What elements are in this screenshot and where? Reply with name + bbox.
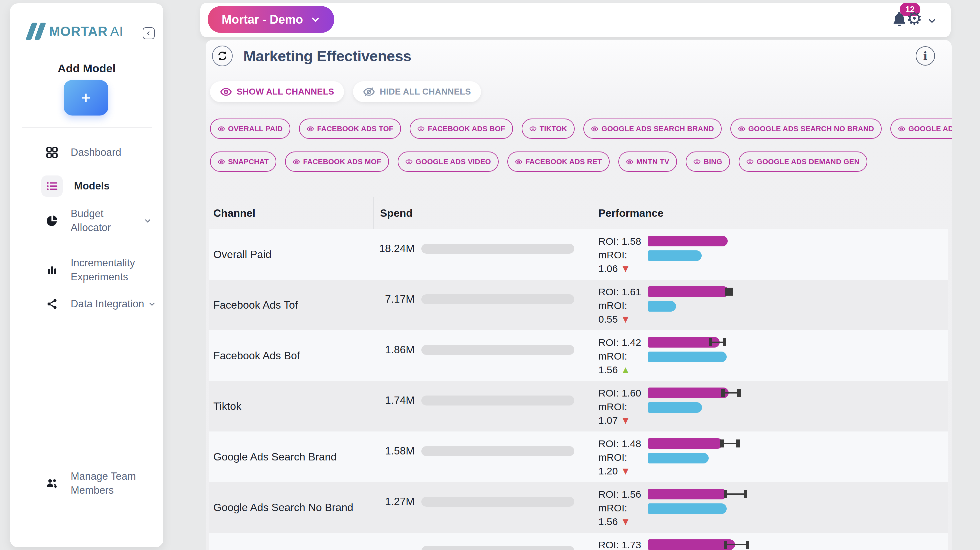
performance-bars: [648, 431, 948, 482]
info-icon: i: [923, 49, 928, 63]
workspace-selector-button[interactable]: Mortar - Demo: [208, 6, 334, 33]
channel-name: Facebook Ads Tof: [209, 280, 373, 330]
spend-bar-track: [422, 294, 574, 304]
effectiveness-table: Channel Spend Performance Overall Paid 1…: [209, 197, 948, 550]
chevron-down-icon: [143, 216, 152, 225]
table-row[interactable]: ROI: 1.73: [209, 533, 948, 550]
spend-cell: 7.17M: [373, 280, 587, 330]
grid-icon: [45, 146, 59, 159]
performance-text: ROI: 1.73: [598, 533, 648, 550]
table-row[interactable]: Google Ads Search Brand 1.58M ROI: 1.48 …: [209, 431, 948, 482]
channel-chip-label: BING: [704, 157, 722, 166]
table-row[interactable]: Facebook Ads Bof 1.86M ROI: 1.42 mROI: 1…: [209, 330, 948, 381]
performance-text: ROI: 1.61 mROI: 0.55 ▼: [598, 280, 648, 330]
channel-chip[interactable]: GOOGLE ADS SEARCH BRAND: [583, 119, 721, 139]
performance-cell: ROI: 1.58 mROI: 1.06 ▼: [587, 229, 948, 280]
eye-icon: [591, 125, 598, 133]
channel-chip[interactable]: FACEBOOK ADS BOF: [410, 119, 513, 139]
channel-chip[interactable]: OVERALL PAID: [210, 119, 290, 139]
roi-error-whisker: [721, 389, 741, 397]
roi-bar: [648, 236, 728, 246]
trend-arrow-icon: ▼: [620, 415, 631, 426]
sidebar-item-budget-allocator[interactable]: Budget Allocator: [45, 203, 152, 239]
spend-bar-track: [422, 396, 574, 406]
eye-icon: [218, 158, 225, 165]
channel-chip[interactable]: GOOGLE ADS PERFORMANCE MAX: [890, 119, 952, 139]
eye-icon: [746, 158, 754, 165]
sidebar-collapse-button[interactable]: [143, 27, 155, 39]
channel-chip-label: MNTN TV: [636, 157, 669, 166]
sidebar-item-incrementality-experiments[interactable]: Incrementality Experiments: [45, 252, 152, 288]
hide-all-channels-button[interactable]: HIDE ALL CHANNELS: [353, 81, 481, 102]
info-button[interactable]: i: [916, 46, 935, 66]
channel-chip[interactable]: MNTN TV: [618, 152, 677, 172]
sidebar-item-dashboard[interactable]: Dashboard: [45, 143, 152, 162]
app-canvas: MORTARAI Add Model + Dashboard: [0, 0, 980, 550]
show-all-channels-button[interactable]: SHOW ALL CHANNELS: [210, 81, 344, 102]
mroi-value: 1.20 ▼: [598, 464, 648, 478]
logo: MORTARAI: [29, 23, 123, 40]
channel-chip[interactable]: GOOGLE ADS VIDEO: [398, 152, 499, 172]
mroi-label: mROI:: [598, 501, 648, 515]
spend-bar-track: [422, 446, 574, 456]
channel-chip[interactable]: GOOGLE ADS SEARCH NO BRAND: [730, 119, 882, 139]
eye-icon: [738, 125, 745, 133]
trend-arrow-icon: ▼: [620, 466, 631, 476]
table-row[interactable]: Google Ads Search No Brand 1.27M ROI: 1.…: [209, 482, 948, 533]
mroi-label: mROI:: [598, 299, 648, 312]
mroi-bar: [648, 301, 676, 312]
channel-chip[interactable]: FACEBOOK ADS MOF: [285, 152, 389, 172]
performance-cell: ROI: 1.61 mROI: 0.55 ▼: [587, 280, 948, 330]
chevron-down-icon: [927, 16, 937, 26]
roi-bar: [648, 388, 729, 398]
channel-chip[interactable]: FACEBOOK ADS RET: [508, 152, 610, 172]
sidebar-item-data-integration[interactable]: Data Integration: [45, 294, 152, 314]
channel-chip[interactable]: BING: [686, 152, 730, 172]
trend-arrow-icon: ▼: [620, 263, 631, 274]
performance-bars: [648, 381, 948, 431]
channel-chip-label: GOOGLE ADS DEMAND GEN: [757, 157, 860, 166]
channel-chip[interactable]: FACEBOOK ADS TOF: [299, 119, 401, 139]
spend-cell: [373, 533, 587, 550]
eye-icon: [405, 158, 413, 165]
refresh-button[interactable]: [212, 46, 233, 66]
spend-value: 7.17M: [373, 293, 415, 305]
column-header-spend: Spend: [373, 197, 587, 229]
spend-cell: 1.74M: [373, 381, 587, 431]
table-row[interactable]: Facebook Ads Tof 7.17M ROI: 1.61 mROI: 0…: [209, 280, 948, 330]
marketing-effectiveness-panel: Marketing Effectiveness i SHOW ALL CHANN…: [206, 40, 952, 550]
plus-icon: +: [81, 88, 91, 108]
share-icon: [45, 298, 59, 310]
channel-chip[interactable]: GOOGLE ADS DEMAND GEN: [739, 152, 867, 172]
eye-icon: [693, 158, 701, 165]
channel-chip[interactable]: TIKTOK: [522, 119, 575, 139]
roi-value: ROI: 1.73: [598, 538, 648, 550]
spend-bar-track: [422, 244, 574, 254]
table-row[interactable]: Overall Paid 18.24M ROI: 1.58 mROI: 1.06…: [209, 229, 948, 280]
channel-chip[interactable]: SNAPCHAT: [210, 152, 276, 172]
spend-value: 1.86M: [373, 344, 415, 356]
roi-error-whisker: [724, 490, 747, 498]
column-header-channel: Channel: [209, 207, 373, 219]
roi-value: ROI: 1.58: [598, 235, 648, 248]
sidebar-item-manage-team-members[interactable]: Manage Team Members: [45, 467, 152, 500]
performance-bars: [648, 280, 948, 330]
eye-icon: [898, 125, 905, 133]
topbar: Mortar - Demo 12 ⚙: [200, 3, 951, 37]
channel-name: Google Ads Search Brand: [209, 431, 373, 482]
performance-cell: ROI: 1.42 mROI: 1.56 ▲: [587, 330, 948, 381]
eye-icon: [417, 125, 425, 133]
sidebar-divider: [22, 127, 152, 128]
gear-icon[interactable]: ⚙: [906, 9, 922, 29]
sidebar-item-models[interactable]: Models: [45, 173, 152, 200]
add-model-button[interactable]: +: [64, 80, 108, 116]
chevron-down-icon: [310, 15, 320, 25]
channel-name: Overall Paid: [209, 229, 373, 280]
channel-chip-label: GOOGLE ADS SEARCH NO BRAND: [748, 125, 874, 133]
performance-cell: ROI: 1.48 mROI: 1.20 ▼: [587, 431, 948, 482]
settings-chevron-button[interactable]: [927, 16, 937, 26]
channel-chip-label: OVERALL PAID: [228, 125, 283, 133]
pie-chart-icon: [45, 214, 59, 227]
table-row[interactable]: Tiktok 1.74M ROI: 1.60 mROI: 1.07 ▼: [209, 381, 948, 431]
table-header: Channel Spend Performance: [209, 197, 948, 229]
